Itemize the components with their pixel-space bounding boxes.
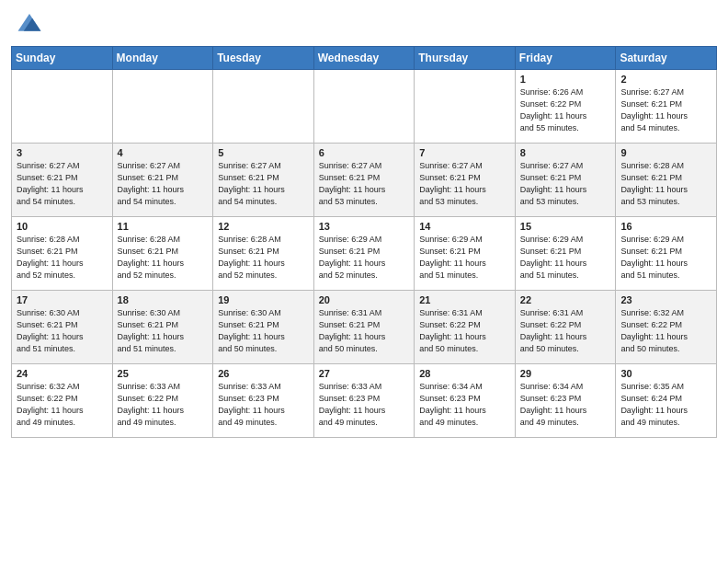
- day-info: Sunrise: 6:31 AM Sunset: 6:21 PM Dayligh…: [319, 307, 410, 355]
- calendar-header: SundayMondayTuesdayWednesdayThursdayFrid…: [12, 47, 717, 70]
- day-info: Sunrise: 6:30 AM Sunset: 6:21 PM Dayligh…: [118, 307, 209, 355]
- day-cell: 8Sunrise: 6:27 AM Sunset: 6:21 PM Daylig…: [515, 144, 616, 217]
- weekday-tuesday: Tuesday: [213, 47, 314, 70]
- day-cell: 11Sunrise: 6:28 AM Sunset: 6:21 PM Dayli…: [112, 217, 213, 291]
- week-row-4: 17Sunrise: 6:30 AM Sunset: 6:21 PM Dayli…: [12, 291, 717, 364]
- header: [0, 0, 728, 40]
- day-number: 23: [620, 294, 711, 305]
- day-cell: 15Sunrise: 6:29 AM Sunset: 6:21 PM Dayli…: [515, 217, 616, 291]
- day-info: Sunrise: 6:31 AM Sunset: 6:22 PM Dayligh…: [520, 307, 611, 355]
- day-info: Sunrise: 6:27 AM Sunset: 6:21 PM Dayligh…: [17, 160, 108, 208]
- day-info: Sunrise: 6:28 AM Sunset: 6:21 PM Dayligh…: [118, 234, 209, 282]
- day-number: 17: [17, 294, 108, 305]
- day-cell: 6Sunrise: 6:27 AM Sunset: 6:21 PM Daylig…: [313, 144, 415, 217]
- day-info: Sunrise: 6:27 AM Sunset: 6:21 PM Dayligh…: [319, 160, 410, 208]
- day-info: Sunrise: 6:33 AM Sunset: 6:23 PM Dayligh…: [218, 381, 309, 429]
- day-info: Sunrise: 6:28 AM Sunset: 6:21 PM Dayligh…: [620, 160, 711, 208]
- day-number: 26: [218, 368, 309, 379]
- day-info: Sunrise: 6:32 AM Sunset: 6:22 PM Dayligh…: [620, 307, 711, 355]
- day-cell: 20Sunrise: 6:31 AM Sunset: 6:21 PM Dayli…: [313, 291, 415, 364]
- day-info: Sunrise: 6:31 AM Sunset: 6:22 PM Dayligh…: [419, 307, 510, 355]
- day-cell: 16Sunrise: 6:29 AM Sunset: 6:21 PM Dayli…: [616, 217, 717, 291]
- weekday-friday: Friday: [515, 47, 616, 70]
- day-number: 1: [520, 74, 611, 85]
- calendar-page: SundayMondayTuesdayWednesdayThursdayFrid…: [0, 0, 728, 563]
- day-number: 14: [419, 221, 510, 232]
- day-cell: 18Sunrise: 6:30 AM Sunset: 6:21 PM Dayli…: [112, 291, 213, 364]
- day-info: Sunrise: 6:35 AM Sunset: 6:24 PM Dayligh…: [620, 381, 711, 429]
- day-cell: [415, 70, 516, 144]
- day-number: 19: [218, 294, 309, 305]
- day-cell: 21Sunrise: 6:31 AM Sunset: 6:22 PM Dayli…: [415, 291, 516, 364]
- day-cell: 22Sunrise: 6:31 AM Sunset: 6:22 PM Dayli…: [515, 291, 616, 364]
- day-number: 15: [520, 221, 611, 232]
- weekday-sunday: Sunday: [12, 47, 113, 70]
- day-info: Sunrise: 6:32 AM Sunset: 6:22 PM Dayligh…: [17, 381, 108, 429]
- day-cell: 14Sunrise: 6:29 AM Sunset: 6:21 PM Dayli…: [415, 217, 516, 291]
- day-cell: 29Sunrise: 6:34 AM Sunset: 6:23 PM Dayli…: [515, 364, 616, 438]
- day-info: Sunrise: 6:33 AM Sunset: 6:23 PM Dayligh…: [319, 381, 410, 429]
- day-cell: 10Sunrise: 6:28 AM Sunset: 6:21 PM Dayli…: [12, 217, 113, 291]
- day-number: 7: [419, 147, 510, 158]
- day-info: Sunrise: 6:28 AM Sunset: 6:21 PM Dayligh…: [218, 234, 309, 282]
- day-number: 20: [319, 294, 410, 305]
- day-number: 8: [520, 147, 611, 158]
- day-cell: 25Sunrise: 6:33 AM Sunset: 6:22 PM Dayli…: [112, 364, 213, 438]
- day-cell: 2Sunrise: 6:27 AM Sunset: 6:21 PM Daylig…: [616, 70, 717, 144]
- day-cell: 9Sunrise: 6:28 AM Sunset: 6:21 PM Daylig…: [616, 144, 717, 217]
- day-info: Sunrise: 6:34 AM Sunset: 6:23 PM Dayligh…: [419, 381, 510, 429]
- calendar-table: SundayMondayTuesdayWednesdayThursdayFrid…: [11, 46, 717, 438]
- week-row-3: 10Sunrise: 6:28 AM Sunset: 6:21 PM Dayli…: [12, 217, 717, 291]
- weekday-saturday: Saturday: [616, 47, 717, 70]
- day-cell: [12, 70, 113, 144]
- day-number: 13: [319, 221, 410, 232]
- week-row-1: 1Sunrise: 6:26 AM Sunset: 6:22 PM Daylig…: [12, 70, 717, 144]
- day-cell: 26Sunrise: 6:33 AM Sunset: 6:23 PM Dayli…: [213, 364, 314, 438]
- day-number: 21: [419, 294, 510, 305]
- day-cell: 27Sunrise: 6:33 AM Sunset: 6:23 PM Dayli…: [313, 364, 415, 438]
- day-cell: [313, 70, 415, 144]
- day-cell: 1Sunrise: 6:26 AM Sunset: 6:22 PM Daylig…: [515, 70, 616, 144]
- logo: [17, 11, 44, 37]
- day-info: Sunrise: 6:27 AM Sunset: 6:21 PM Dayligh…: [620, 86, 711, 134]
- day-number: 6: [319, 147, 410, 158]
- day-info: Sunrise: 6:27 AM Sunset: 6:21 PM Dayligh…: [520, 160, 611, 208]
- day-info: Sunrise: 6:27 AM Sunset: 6:21 PM Dayligh…: [218, 160, 309, 208]
- day-number: 11: [118, 221, 209, 232]
- day-cell: 5Sunrise: 6:27 AM Sunset: 6:21 PM Daylig…: [213, 144, 314, 217]
- day-number: 28: [419, 368, 510, 379]
- day-number: 18: [118, 294, 209, 305]
- weekday-row: SundayMondayTuesdayWednesdayThursdayFrid…: [12, 47, 717, 70]
- day-cell: 24Sunrise: 6:32 AM Sunset: 6:22 PM Dayli…: [12, 364, 113, 438]
- day-number: 2: [620, 74, 711, 85]
- calendar-body: 1Sunrise: 6:26 AM Sunset: 6:22 PM Daylig…: [12, 70, 717, 438]
- day-number: 27: [319, 368, 410, 379]
- day-info: Sunrise: 6:30 AM Sunset: 6:21 PM Dayligh…: [218, 307, 309, 355]
- day-cell: 28Sunrise: 6:34 AM Sunset: 6:23 PM Dayli…: [415, 364, 516, 438]
- day-number: 10: [17, 221, 108, 232]
- day-cell: 12Sunrise: 6:28 AM Sunset: 6:21 PM Dayli…: [213, 217, 314, 291]
- day-number: 30: [620, 368, 711, 379]
- day-info: Sunrise: 6:29 AM Sunset: 6:21 PM Dayligh…: [620, 234, 711, 282]
- week-row-5: 24Sunrise: 6:32 AM Sunset: 6:22 PM Dayli…: [12, 364, 717, 438]
- day-info: Sunrise: 6:33 AM Sunset: 6:22 PM Dayligh…: [118, 381, 209, 429]
- day-cell: 7Sunrise: 6:27 AM Sunset: 6:21 PM Daylig…: [415, 144, 516, 217]
- day-number: 9: [620, 147, 711, 158]
- day-cell: 3Sunrise: 6:27 AM Sunset: 6:21 PM Daylig…: [12, 144, 113, 217]
- day-info: Sunrise: 6:28 AM Sunset: 6:21 PM Dayligh…: [17, 234, 108, 282]
- day-cell: 30Sunrise: 6:35 AM Sunset: 6:24 PM Dayli…: [616, 364, 717, 438]
- day-info: Sunrise: 6:27 AM Sunset: 6:21 PM Dayligh…: [118, 160, 209, 208]
- day-number: 4: [118, 147, 209, 158]
- weekday-thursday: Thursday: [415, 47, 516, 70]
- day-number: 3: [17, 147, 108, 158]
- day-number: 25: [118, 368, 209, 379]
- day-number: 5: [218, 147, 309, 158]
- day-cell: 4Sunrise: 6:27 AM Sunset: 6:21 PM Daylig…: [112, 144, 213, 217]
- day-number: 24: [17, 368, 108, 379]
- day-cell: [213, 70, 314, 144]
- day-cell: 19Sunrise: 6:30 AM Sunset: 6:21 PM Dayli…: [213, 291, 314, 364]
- day-number: 12: [218, 221, 309, 232]
- day-info: Sunrise: 6:27 AM Sunset: 6:21 PM Dayligh…: [419, 160, 510, 208]
- day-info: Sunrise: 6:29 AM Sunset: 6:21 PM Dayligh…: [419, 234, 510, 282]
- day-info: Sunrise: 6:29 AM Sunset: 6:21 PM Dayligh…: [319, 234, 410, 282]
